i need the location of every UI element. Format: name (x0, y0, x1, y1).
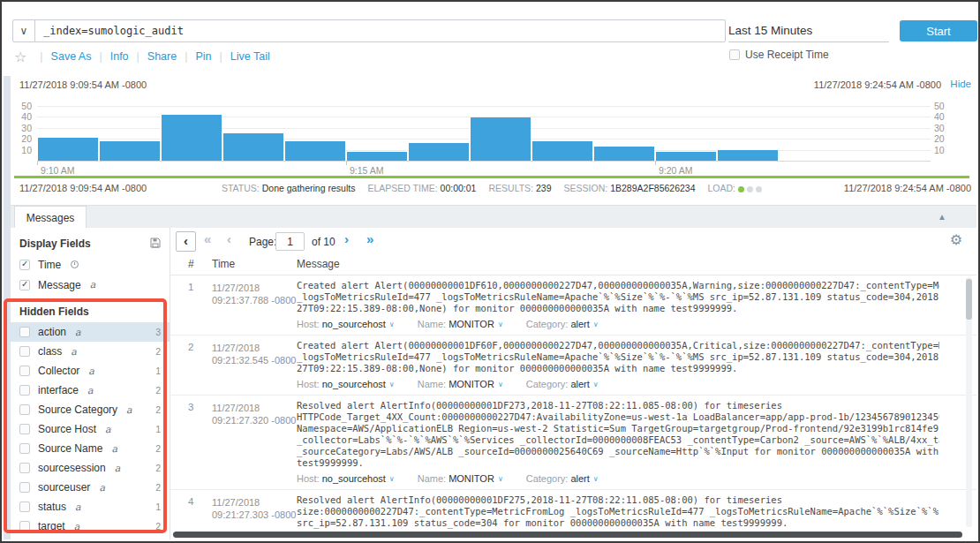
separator: | (40, 50, 42, 63)
histogram-bar[interactable] (99, 141, 160, 162)
toolbar-link-save-as[interactable]: Save As (51, 50, 92, 63)
hidden-field-target[interactable]: targeta2 (11, 517, 170, 536)
toolbar-link-info[interactable]: Info (110, 50, 129, 63)
histogram-bar[interactable] (655, 152, 716, 161)
collapse-panel-icon[interactable]: ▲ (938, 212, 946, 222)
hidden-field-class[interactable]: classa2 (11, 342, 170, 361)
last-page-button[interactable]: » (366, 231, 372, 246)
status-items: STATUS:Done gathering resultsELAPSED TIM… (2, 183, 980, 193)
category-dropdown[interactable]: Category:alert∨ (526, 473, 599, 484)
message-list: 111/27/201809:21:37.788 -0800Created ale… (170, 275, 976, 531)
name-dropdown[interactable]: Name:MONITOR∨ (418, 379, 503, 389)
histogram-bar[interactable] (284, 141, 345, 162)
page-number-input[interactable] (275, 232, 305, 251)
vertical-scrollbar-thumb[interactable] (966, 279, 972, 320)
field-checkbox[interactable] (19, 521, 30, 532)
hidden-field-collector[interactable]: Collectora1 (11, 361, 170, 381)
histogram-bar[interactable] (222, 133, 283, 161)
field-checkbox[interactable] (19, 346, 30, 357)
display-field-message[interactable]: Messagea (11, 275, 170, 295)
hidden-field-status[interactable]: statusa1 (11, 497, 170, 517)
field-checkbox[interactable] (19, 385, 30, 396)
horizontal-scrollbar[interactable] (173, 532, 962, 538)
histogram-bar[interactable] (346, 152, 407, 161)
field-checkbox[interactable] (19, 366, 30, 376)
histogram-bar[interactable] (161, 115, 222, 162)
separator: | (99, 50, 102, 63)
meta-label: Host: (297, 379, 320, 389)
search-query-input[interactable] (34, 19, 726, 42)
category-dropdown[interactable]: Category:alert∨ (526, 379, 599, 389)
field-label: Message (38, 279, 81, 291)
hidden-field-interface[interactable]: interfacea2 (11, 381, 170, 400)
toolbar-link-live-tail[interactable]: Live Tail (230, 50, 270, 63)
use-receipt-time-checkbox[interactable] (729, 49, 740, 60)
gear-icon[interactable]: ⚙ (950, 232, 962, 248)
field-label: Source Host (38, 423, 96, 435)
histogram-bar[interactable] (408, 143, 469, 161)
hidden-field-source-name[interactable]: Source Namea2 (11, 439, 170, 458)
meta-label: Category: (526, 473, 569, 484)
hidden-field-source-host[interactable]: Source Hosta1 (11, 419, 170, 439)
histogram-bar[interactable] (717, 150, 778, 162)
histogram-bar[interactable] (593, 147, 654, 161)
y-axis-tick-label: 30 (934, 123, 955, 133)
results-histogram: 101020203030404050509:10 AM9:15 AM9:20 A… (2, 97, 980, 175)
field-checkbox[interactable] (19, 502, 30, 512)
host-dropdown[interactable]: Host:no_sourcehost∨ (297, 473, 395, 484)
load-indicator-dot (747, 186, 753, 192)
field-checkbox[interactable] (19, 482, 30, 493)
field-count: 2 (155, 385, 161, 396)
host-dropdown[interactable]: Host:no_sourcehost∨ (297, 379, 395, 389)
meta-label: Name: (418, 473, 446, 484)
host-dropdown[interactable]: Host:no_sourcehost∨ (297, 319, 395, 329)
first-page-button[interactable]: « (204, 231, 209, 246)
histogram-bar[interactable] (37, 138, 98, 161)
favorite-star-icon[interactable]: ☆ (14, 49, 26, 65)
field-checkbox[interactable] (19, 280, 30, 290)
histogram-bar[interactable] (470, 117, 531, 161)
field-checkbox[interactable] (19, 260, 30, 270)
field-count: 2 (155, 463, 161, 473)
name-dropdown[interactable]: Name:MONITOR∨ (418, 319, 503, 329)
histogram-bar[interactable] (531, 141, 592, 162)
back-button[interactable]: ‹ (176, 231, 196, 252)
tab-messages[interactable]: Messages (14, 206, 87, 229)
field-checkbox[interactable] (19, 443, 30, 454)
status-item: ELAPSED TIME:00:00:01 (367, 183, 476, 193)
y-axis-tick-label: 40 (11, 111, 32, 122)
name-dropdown[interactable]: Name:MONITOR∨ (418, 473, 503, 484)
toolbar-link-share[interactable]: Share (147, 50, 177, 63)
y-axis-tick-label: 50 (934, 101, 955, 111)
chevron-down-icon: ∨ (20, 25, 28, 37)
vertical-scrollbar[interactable] (966, 277, 972, 527)
meta-value: alert (570, 473, 589, 484)
hidden-field-sourceuser[interactable]: sourceusera2 (11, 478, 170, 497)
use-receipt-time[interactable]: Use Receipt Time (729, 49, 829, 61)
category-dropdown[interactable]: Category:alert∨ (526, 319, 599, 329)
field-checkbox[interactable] (19, 424, 30, 434)
hidden-field-sourcesession[interactable]: sourcesessiona2 (11, 458, 170, 478)
start-button[interactable]: Start (900, 20, 977, 41)
hide-histogram-link[interactable]: Hide (950, 79, 971, 89)
field-checkbox[interactable] (19, 327, 30, 337)
toolbar-link-pin[interactable]: Pin (195, 50, 211, 63)
row-index: 2 (188, 342, 193, 352)
query-history-dropdown[interactable]: ∨ (12, 19, 35, 42)
field-checkbox[interactable] (19, 404, 30, 415)
x-axis-line (37, 161, 931, 162)
use-receipt-time-label: Use Receipt Time (745, 49, 829, 61)
hidden-field-source-category[interactable]: Source Categorya2 (11, 400, 170, 419)
next-page-button[interactable]: › (344, 231, 347, 246)
status-item-value: Done gathering results (262, 183, 356, 193)
hidden-field-action[interactable]: actiona3 (11, 322, 170, 342)
display-field-time[interactable]: Time (11, 254, 170, 275)
string-type-icon: a (105, 424, 111, 435)
prev-page-button[interactable]: ‹ (227, 231, 230, 246)
field-checkbox[interactable] (19, 463, 30, 473)
row-time: 11/27/201809:21:37.788 -0800 (212, 282, 295, 306)
status-item: RESULTS:239 (488, 183, 551, 193)
time-range-selector[interactable]: Last 15 Minutes (728, 21, 889, 42)
status-item-label: STATUS: (222, 183, 260, 193)
save-fields-icon[interactable] (150, 238, 161, 251)
